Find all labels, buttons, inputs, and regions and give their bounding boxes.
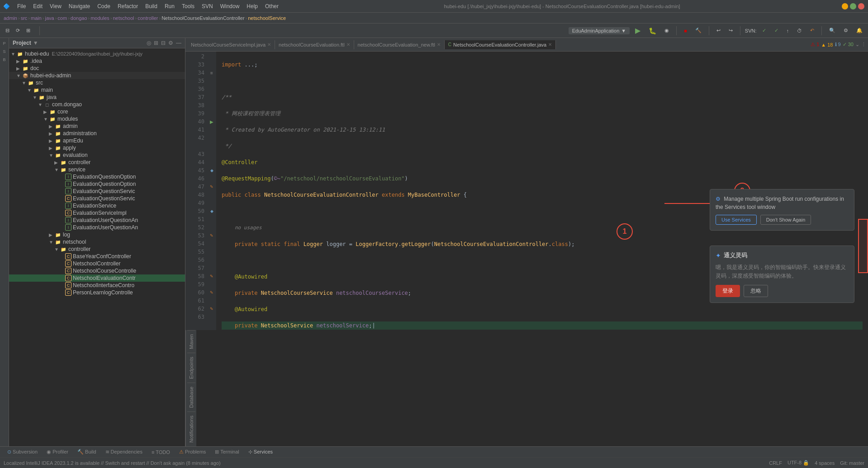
- stop-btn[interactable]: ■: [681, 27, 690, 34]
- tree-doc[interactable]: ▶ 📁 doc: [9, 65, 185, 72]
- breadcrumb-com[interactable]: com: [57, 15, 67, 21]
- tree-person-learnlog[interactable]: ▶ C PersonLearnlogControlle: [9, 289, 185, 296]
- breadcrumb-java[interactable]: java: [45, 15, 54, 21]
- ai-skip-button[interactable]: 忽略: [744, 285, 768, 297]
- bottom-tab-build[interactable]: 🔨 Build: [74, 448, 100, 456]
- tree-eval-svc-i[interactable]: ▶ I EvaluationService: [9, 202, 185, 209]
- tree-eval-q-svc-i[interactable]: ▶ I EvaluationQuestionServic: [9, 188, 185, 195]
- endpoints-tool[interactable]: Endpoints: [187, 353, 195, 383]
- tab-active-ctrl[interactable]: C NetschoolCourseEvaluationController.ja…: [445, 40, 556, 49]
- breadcrumb-method[interactable]: netschoolService: [248, 15, 286, 21]
- left-strip-icon-2[interactable]: S: [1, 48, 8, 55]
- expand-all-icon[interactable]: ⊞: [154, 40, 158, 46]
- database-tool[interactable]: Database: [187, 383, 195, 411]
- tab-expand-icon[interactable]: ⌄: [855, 42, 859, 47]
- bottom-tab-todo[interactable]: ≡ TODO: [148, 449, 174, 456]
- svn-commit-btn[interactable]: ↑: [784, 27, 792, 34]
- tree-eval-controller[interactable]: ▶ 📁 controller: [9, 159, 185, 166]
- menu-other[interactable]: Other: [261, 2, 282, 10]
- menu-code[interactable]: Code: [94, 2, 114, 10]
- bottom-tab-problems[interactable]: ⚠ Problems: [175, 448, 210, 456]
- bottom-tab-terminal[interactable]: ⊞ Terminal: [211, 448, 242, 456]
- toolbar-project-btn[interactable]: ⊟: [3, 27, 12, 34]
- locate-icon[interactable]: ◎: [147, 40, 151, 46]
- bottom-tab-profiler[interactable]: ◉ Profiler: [43, 448, 72, 456]
- tree-modules[interactable]: ▼ 📁 modules: [9, 115, 185, 123]
- tree-log[interactable]: ▶ 📁 log: [9, 231, 185, 238]
- debug-btn[interactable]: 🐛: [646, 26, 659, 35]
- tree-administration[interactable]: ▶ 📁 administration: [9, 130, 185, 137]
- tree-idea[interactable]: ▶ 📁 .idea: [9, 57, 185, 65]
- tree-src[interactable]: ▼ 📁 src: [9, 79, 185, 86]
- bottom-tab-services[interactable]: ⊹ Services: [245, 448, 276, 456]
- menu-navigate[interactable]: Navigate: [65, 2, 94, 10]
- tab-netschool-course-service-close[interactable]: ✕: [267, 42, 271, 47]
- dont-show-again-button[interactable]: Don't Show Again: [760, 215, 811, 225]
- status-crlf[interactable]: CRLF: [769, 460, 782, 466]
- tree-eval-q-svc-c[interactable]: ▶ C EvaluationQuestionServic: [9, 195, 185, 202]
- notifications-btn[interactable]: 🔔: [854, 27, 865, 34]
- menu-tools[interactable]: Tools: [178, 2, 198, 10]
- tree-evaluation[interactable]: ▼ 📁 evaluation: [9, 151, 185, 159]
- menu-svn[interactable]: SVN: [198, 2, 217, 10]
- svn-revert-btn[interactable]: ↶: [807, 27, 817, 34]
- tree-eval-q-opt-i2[interactable]: ▶ I EvaluationQuestionOption: [9, 180, 185, 188]
- tree-eval-uqa-i1[interactable]: ▶ I EvaluationUserQuestionAn: [9, 217, 185, 224]
- tab-netschool-eval-ftl[interactable]: netschoolCourseEvaluation.ftl ✕: [275, 40, 354, 49]
- breadcrumb-dongao[interactable]: dongao: [71, 15, 87, 21]
- tree-root[interactable]: ▼ 📁 hubei-edu E:\20220409dongao\hubei_jx…: [9, 50, 185, 57]
- tree-apply[interactable]: ▶ 📁 apply: [9, 144, 185, 151]
- ai-login-button[interactable]: 登录: [716, 285, 740, 297]
- menu-build[interactable]: Build: [142, 2, 161, 10]
- tab-more-icon[interactable]: ⋮: [861, 42, 866, 47]
- tab-netschool-course-service[interactable]: NetschoolCourseServiceImpl.java ✕: [187, 40, 275, 49]
- menu-run[interactable]: Run: [161, 2, 178, 10]
- status-message[interactable]: Localized IntelliJ IDEA 2023.1.2 is avai…: [4, 460, 765, 466]
- menu-help[interactable]: Help: [243, 2, 261, 10]
- tree-apmedu[interactable]: ▶ 📁 apmEdu: [9, 137, 185, 144]
- redo-btn[interactable]: ↪: [726, 27, 735, 34]
- tab-active-ctrl-close[interactable]: ✕: [548, 42, 552, 47]
- notifications-tool[interactable]: Notifications: [187, 411, 195, 446]
- breadcrumb-admin[interactable]: admin: [4, 15, 17, 21]
- tree-core[interactable]: ▶ 📁 core: [9, 108, 185, 115]
- tree-eval-q-opt-i1[interactable]: ▶ I EvaluationQuestionOption: [9, 173, 185, 180]
- build-btn[interactable]: 🔨: [693, 27, 704, 34]
- menu-file[interactable]: File: [14, 2, 29, 10]
- tree-ns-controller[interactable]: ▼ 📁 controller: [9, 246, 185, 253]
- tree-admin[interactable]: ▶ 📁 admin: [9, 123, 185, 130]
- breadcrumb-netschool[interactable]: netschool: [113, 15, 134, 21]
- breadcrumb-src[interactable]: src: [21, 15, 28, 21]
- left-strip-icon-1[interactable]: P: [1, 40, 8, 47]
- breadcrumb-file[interactable]: NetschoolCourseEvaluationController: [161, 15, 244, 21]
- project-panel-dropdown[interactable]: ▼: [33, 40, 38, 46]
- search-btn[interactable]: 🔍: [826, 27, 838, 34]
- tree-ns-interface-ctrl[interactable]: ▶ C NetschoolInterfaceContro: [9, 282, 185, 289]
- tree-main[interactable]: ▼ 📁 main: [9, 86, 185, 94]
- breadcrumb-main[interactable]: main: [31, 15, 42, 21]
- toolbar-sync-btn[interactable]: ⟳: [13, 27, 23, 34]
- svn-update-btn[interactable]: ✓: [772, 27, 781, 34]
- menu-view[interactable]: View: [46, 2, 65, 10]
- menu-window[interactable]: Window: [217, 2, 243, 10]
- bottom-tab-dependencies[interactable]: ≋ Dependencies: [102, 448, 146, 456]
- tree-admin-root[interactable]: ▼ 📦 hubei-edu-admin: [9, 72, 185, 79]
- maximize-btn[interactable]: [850, 3, 856, 9]
- run-btn[interactable]: ▶: [632, 25, 643, 36]
- collapse-all-icon[interactable]: ⊟: [161, 40, 166, 46]
- menu-refactor[interactable]: Refactor: [114, 2, 142, 10]
- status-indent[interactable]: 4 spaces: [815, 460, 835, 466]
- use-services-button[interactable]: Use Services: [716, 215, 757, 225]
- tab-netschool-eval-new-ftl-close[interactable]: ✕: [437, 42, 441, 47]
- tab-netschool-eval-new-ftl[interactable]: netschoolCourseEvaluation_new.ftl ✕: [354, 40, 445, 49]
- tree-eval-service[interactable]: ▼ 📁 service: [9, 166, 185, 173]
- tree-nscourse-ctrl[interactable]: ▶ C NetschoolCourseControlle: [9, 267, 185, 274]
- undo-btn[interactable]: ↩: [714, 27, 723, 34]
- tree-java[interactable]: ▼ 📁 java: [9, 94, 185, 101]
- tree-baseyear[interactable]: ▶ C BaseYearConfController: [9, 253, 185, 260]
- breadcrumb-modules[interactable]: modules: [90, 15, 109, 21]
- svn-history-btn[interactable]: ⏱: [794, 27, 805, 34]
- tree-eval-svc-impl[interactable]: ▶ C EvaluationServiceImpl: [9, 209, 185, 217]
- left-strip-icon-3[interactable]: B: [1, 56, 8, 63]
- tree-netschool[interactable]: ▼ 📁 netschool: [9, 238, 185, 246]
